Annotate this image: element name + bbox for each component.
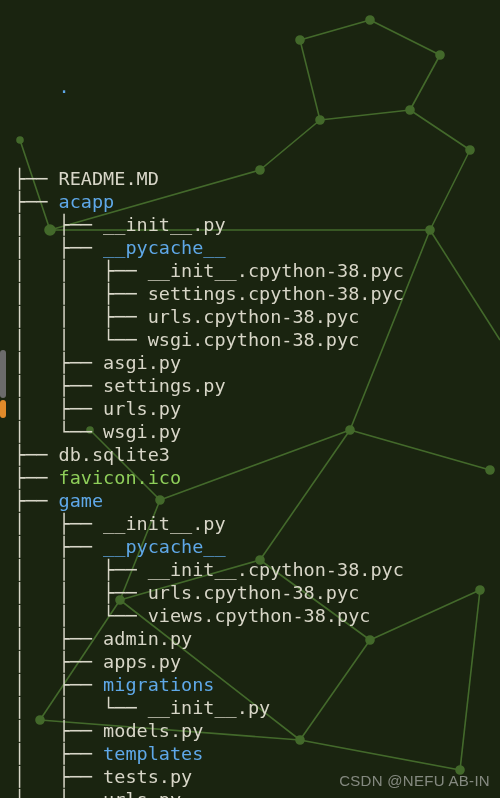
tree-branch-icon: │ │ ├── (14, 582, 148, 603)
tree-branch-icon: ├── (14, 490, 59, 511)
tree-row: │ ├── __pycache__ (14, 236, 500, 259)
tree-row: │ ├── __init__.py (14, 512, 500, 535)
tree-row: │ │ ├── __init__.cpython-38.pyc (14, 259, 500, 282)
tree-row: │ ├── settings.py (14, 374, 500, 397)
tree-branch-icon: │ ├── (14, 375, 103, 396)
tree-branch-icon: │ ├── (14, 743, 103, 764)
tree-branch-icon: │ │ ├── (14, 559, 148, 580)
tree-branch-icon: │ ├── (14, 513, 103, 534)
file-game-urls[interactable]: urls.py (103, 789, 181, 798)
file-acapp-init[interactable]: __init__.py (103, 214, 226, 235)
tree-row: │ ├── apps.py (14, 650, 500, 673)
file-game-pyc-views[interactable]: views.cpython-38.pyc (148, 605, 371, 626)
tree-row: │ │ └── views.cpython-38.pyc (14, 604, 500, 627)
file-acapp-wsgi[interactable]: wsgi.py (103, 421, 181, 442)
tree-row: │ ├── asgi.py (14, 351, 500, 374)
tree-branch-icon: │ ├── (14, 674, 103, 695)
tree-branch-icon: │ └── (14, 421, 103, 442)
dir-acapp[interactable]: acapp (59, 191, 115, 212)
tree-row: ├── game (14, 489, 500, 512)
tree-branch-icon: │ ├── (14, 766, 103, 787)
file-db[interactable]: db.sqlite3 (59, 444, 170, 465)
tree-row: ├── acapp (14, 190, 500, 213)
file-acapp-asgi[interactable]: asgi.py (103, 352, 181, 373)
tree-root: . (14, 52, 500, 121)
tree-branch-icon: │ ├── (14, 651, 103, 672)
tree-row: ├── favicon.ico (14, 466, 500, 489)
file-acapp-urls[interactable]: urls.py (103, 398, 181, 419)
dir-game-pycache[interactable]: __pycache__ (103, 536, 226, 557)
tree-branch-icon: ├── (14, 444, 59, 465)
tree-branch-icon: │ ├── (14, 352, 103, 373)
dir-game[interactable]: game (59, 490, 104, 511)
tree-branch-icon: │ │ ├── (14, 283, 148, 304)
file-acapp-pyc-settings[interactable]: settings.cpython-38.pyc (148, 283, 404, 304)
file-acapp-pyc-init[interactable]: __init__.cpython-38.pyc (148, 260, 404, 281)
file-game-admin[interactable]: admin.py (103, 628, 192, 649)
file-acapp-settings[interactable]: settings.py (103, 375, 226, 396)
tree-row: ├── db.sqlite3 (14, 443, 500, 466)
tree-row: ├── README.MD (14, 167, 500, 190)
tree-branch-icon: │ │ ├── (14, 306, 148, 327)
file-acapp-pyc-wsgi[interactable]: wsgi.cpython-38.pyc (148, 329, 360, 350)
tree-row: │ ├── migrations (14, 673, 500, 696)
tree-row: │ │ ├── __init__.cpython-38.pyc (14, 558, 500, 581)
file-game-models[interactable]: models.py (103, 720, 203, 741)
tree-branch-icon: │ ├── (14, 628, 103, 649)
file-game-apps[interactable]: apps.py (103, 651, 181, 672)
dir-game-migrations[interactable]: migrations (103, 674, 214, 695)
directory-tree: . ├── README.MD├── acapp│ ├── __init__.p… (0, 0, 500, 798)
tree-row: │ ├── __pycache__ (14, 535, 500, 558)
tree-branch-icon: │ ├── (14, 398, 103, 419)
file-game-tests[interactable]: tests.py (103, 766, 192, 787)
file-game-init[interactable]: __init__.py (103, 513, 226, 534)
tree-branch-icon: ├── (14, 168, 59, 189)
tree-branch-icon: │ │ └── (14, 605, 148, 626)
file-game-pyc-init[interactable]: __init__.cpython-38.pyc (148, 559, 404, 580)
tree-branch-icon: │ ├── (14, 214, 103, 235)
tree-branch-icon: │ │ └── (14, 697, 148, 718)
tree-row: │ │ └── wsgi.cpython-38.pyc (14, 328, 500, 351)
watermark-text: CSDN @NEFU AB-IN (339, 769, 490, 792)
tree-branch-icon: │ │ └── (14, 329, 148, 350)
file-readme[interactable]: README.MD (59, 168, 159, 189)
tree-row: │ ├── admin.py (14, 627, 500, 650)
tree-branch-icon: │ ├── (14, 720, 103, 741)
root-dot: . (59, 76, 70, 97)
tree-row: │ ├── __init__.py (14, 213, 500, 236)
scrollbar-marker[interactable] (0, 400, 6, 418)
scrollbar-thumb[interactable] (0, 350, 6, 398)
tree-row: │ │ ├── urls.cpython-38.pyc (14, 305, 500, 328)
tree-row: │ ├── templates (14, 742, 500, 765)
tree-row: │ │ ├── urls.cpython-38.pyc (14, 581, 500, 604)
file-favicon[interactable]: favicon.ico (59, 467, 182, 488)
tree-row: │ ├── urls.py (14, 397, 500, 420)
file-game-migrations-init[interactable]: __init__.py (148, 697, 271, 718)
tree-branch-icon: ├── (14, 467, 59, 488)
dir-acapp-pycache[interactable]: __pycache__ (103, 237, 226, 258)
file-acapp-pyc-urls[interactable]: urls.cpython-38.pyc (148, 306, 360, 327)
tree-row: │ │ ├── settings.cpython-38.pyc (14, 282, 500, 305)
tree-row: │ ├── models.py (14, 719, 500, 742)
tree-branch-icon: │ ├── (14, 536, 103, 557)
scrollbar[interactable] (0, 350, 6, 430)
tree-branch-icon: │ ├── (14, 789, 103, 798)
dir-game-templates[interactable]: templates (103, 743, 203, 764)
tree-branch-icon: │ │ ├── (14, 260, 148, 281)
tree-row: │ │ └── __init__.py (14, 696, 500, 719)
tree-branch-icon: │ ├── (14, 237, 103, 258)
tree-branch-icon: ├── (14, 191, 59, 212)
tree-row: │ └── wsgi.py (14, 420, 500, 443)
file-game-pyc-urls[interactable]: urls.cpython-38.pyc (148, 582, 360, 603)
